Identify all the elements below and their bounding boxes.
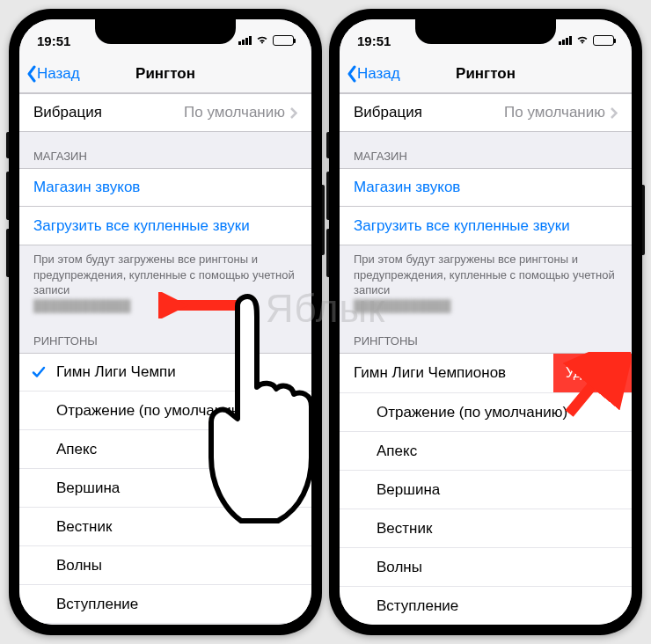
wifi-icon xyxy=(255,34,269,48)
ringtones-header: РИНГТОНЫ xyxy=(340,317,632,353)
checkmark-icon xyxy=(32,365,46,379)
notch xyxy=(95,19,236,44)
ringtones-header: РИНГТОНЫ xyxy=(19,317,311,353)
back-button[interactable]: Назад xyxy=(340,65,400,83)
download-all-link[interactable]: Загрузить все купленные звуки xyxy=(340,207,632,245)
list-item[interactable]: Апекс xyxy=(340,432,632,471)
signal-icon xyxy=(238,36,252,45)
store-header: МАГАЗИН xyxy=(19,132,311,168)
chevron-left-icon xyxy=(26,65,37,83)
ringtone-label: Гимн Лиги Чемпионов xyxy=(354,364,506,382)
vibration-cell[interactable]: Вибрация По умолчанию xyxy=(19,93,311,132)
ringtone-custom-swiped[interactable]: Гимн Лиги Чемпионов Удалить xyxy=(340,353,632,393)
list-item[interactable]: Вершина xyxy=(340,471,632,509)
list-item[interactable]: Волны xyxy=(19,546,311,585)
chevron-right-icon xyxy=(290,107,297,119)
list-item[interactable]: Грезы xyxy=(19,624,311,625)
battery-icon xyxy=(593,35,614,46)
list-item[interactable]: Отражение (по умолчанию) xyxy=(340,393,632,432)
list-item[interactable]: Волны xyxy=(340,548,632,587)
list-item[interactable]: Отражение (по умолчанию) xyxy=(19,392,311,430)
phone-right: 19:51 Назад Рингтон Вибрация xyxy=(329,9,642,635)
back-label: Назад xyxy=(37,65,80,83)
sound-store-link[interactable]: Магазин звуков xyxy=(19,168,311,207)
vibration-value: По умолчанию xyxy=(504,104,605,121)
back-button[interactable]: Назад xyxy=(19,65,80,83)
list-item[interactable]: Вершина xyxy=(19,469,311,508)
wifi-icon xyxy=(575,34,589,48)
list-item[interactable]: Вестник xyxy=(19,508,311,546)
ringtone-custom[interactable]: Гимн Лиги Чемпи xyxy=(19,353,311,392)
vibration-value: По умолчанию xyxy=(184,104,285,121)
download-all-link[interactable]: Загрузить все купленные звуки xyxy=(19,207,311,245)
nav-bar: Назад Рингтон xyxy=(19,55,311,93)
notch xyxy=(415,19,556,44)
vibration-label: Вибрация xyxy=(354,104,422,121)
list-item[interactable]: Вступление xyxy=(19,585,311,624)
vibration-cell[interactable]: Вибрация По умолчанию xyxy=(340,93,632,132)
status-time: 19:51 xyxy=(37,33,70,48)
phone-left: 19:51 Назад Рингтон Вибрация xyxy=(9,9,322,635)
store-footer: При этом будут загружены все рингтоны и … xyxy=(19,245,311,317)
ringtone-label: Гимн Лиги Чемпи xyxy=(56,363,176,381)
chevron-right-icon xyxy=(611,107,618,119)
list-item[interactable]: Апекс xyxy=(19,430,311,469)
nav-bar: Назад Рингтон xyxy=(340,55,632,93)
list-item[interactable]: Вестник xyxy=(340,509,632,548)
back-label: Назад xyxy=(357,65,400,83)
sound-store-link[interactable]: Магазин звуков xyxy=(340,168,632,207)
store-footer: При этом будут загружены все рингтоны и … xyxy=(340,245,632,317)
battery-icon xyxy=(273,35,294,46)
vibration-label: Вибрация xyxy=(33,104,102,121)
store-header: МАГАЗИН xyxy=(340,132,632,168)
list-item[interactable]: Вступление xyxy=(340,587,632,625)
chevron-left-icon xyxy=(347,65,357,83)
status-time: 19:51 xyxy=(357,33,391,48)
signal-icon xyxy=(559,36,572,45)
delete-button[interactable]: Удалить xyxy=(553,354,632,392)
